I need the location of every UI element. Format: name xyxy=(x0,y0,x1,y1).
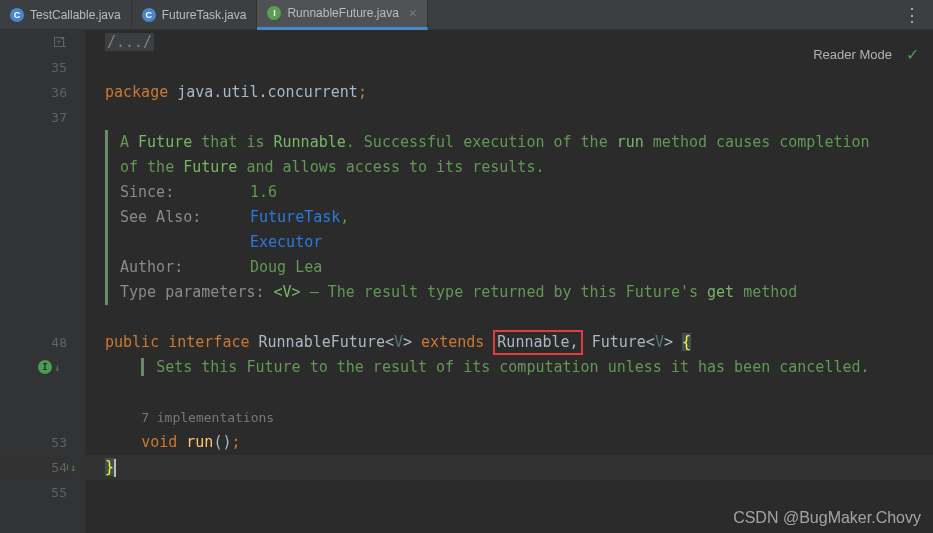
doc-text: . Successful execution of the xyxy=(346,133,617,151)
fold-icon[interactable]: + xyxy=(54,37,64,47)
method-name: run xyxy=(186,433,213,451)
line-number: 55 xyxy=(0,480,67,505)
watermark: CSDN @BugMaker.Chovy xyxy=(733,509,921,527)
folded-block[interactable]: /.../ xyxy=(105,33,154,51)
doc-link[interactable]: Executor xyxy=(250,233,322,251)
doc-text: Sets this Future to the result of its co… xyxy=(141,358,869,376)
tab-test-callable[interactable]: C TestCallable.java xyxy=(0,0,132,30)
interface-icon: I xyxy=(267,6,281,20)
tab-label: FutureTask.java xyxy=(162,8,247,22)
doc-code: Future xyxy=(138,133,192,151)
doc-value: 1.6 xyxy=(250,183,277,201)
keyword: interface xyxy=(168,333,249,351)
type-name: Future xyxy=(592,333,646,351)
tab-runnable-future[interactable]: I RunnableFuture.java × xyxy=(257,0,428,30)
doc-code: run xyxy=(617,133,644,151)
line-number: 35 xyxy=(0,55,67,80)
brace: { xyxy=(682,333,691,351)
doc-value: Doug Lea xyxy=(250,258,322,276)
tab-label: TestCallable.java xyxy=(30,8,121,22)
doc-text: that is xyxy=(192,133,273,151)
tab-label: RunnableFuture.java xyxy=(287,6,398,20)
tab-bar: C TestCallable.java C FutureTask.java I … xyxy=(0,0,933,30)
generic-param: V xyxy=(655,333,664,351)
line-number: 37 xyxy=(0,105,67,130)
doc-text: A xyxy=(120,133,138,151)
doc-link[interactable]: FutureTask xyxy=(250,208,340,226)
package-name: java.util.concurrent xyxy=(177,83,358,101)
brace: } xyxy=(105,458,114,476)
close-icon[interactable]: × xyxy=(409,5,417,21)
more-menu-icon[interactable]: ⋮ xyxy=(891,4,933,25)
editor: 1+ 35 36 37 48I↓ 53O↑I↓ 54 55 /.../ pack… xyxy=(0,30,933,533)
doc-code: get xyxy=(707,283,734,301)
doc-label: Author: xyxy=(120,255,250,280)
doc-text: and allows access to its results. xyxy=(237,158,544,176)
tab-future-task[interactable]: C FutureTask.java xyxy=(132,0,258,30)
doc-label: See Also: xyxy=(120,205,250,230)
keyword: public xyxy=(105,333,159,351)
javadoc-block: A Future that is Runnable. Successful ex… xyxy=(105,130,933,305)
gutter: 1+ 35 36 37 48I↓ 53O↑I↓ 54 55 xyxy=(0,30,85,533)
doc-label: Since: xyxy=(120,180,250,205)
class-icon: C xyxy=(142,8,156,22)
keyword: void xyxy=(141,433,177,451)
doc-code: <V> xyxy=(274,283,301,301)
line-number: 53 xyxy=(51,435,67,450)
doc-text: method xyxy=(734,283,797,301)
keyword: package xyxy=(105,83,168,101)
doc-text: – The result type returned by this Futur… xyxy=(301,283,707,301)
doc-code: Runnable xyxy=(274,133,346,151)
keyword: extends xyxy=(421,333,484,351)
line-number: 36 xyxy=(0,80,67,105)
generic-param: V xyxy=(394,333,403,351)
doc-text: of the xyxy=(120,158,183,176)
type-name: Runnable xyxy=(497,333,569,351)
line-number: 48 xyxy=(51,335,67,350)
code-area[interactable]: /.../ package java.util.concurrent; A Fu… xyxy=(85,30,933,533)
class-icon: C xyxy=(10,8,24,22)
caret xyxy=(114,459,116,477)
doc-text: method causes completion xyxy=(644,133,870,151)
doc-label: Type parameters: xyxy=(120,283,274,301)
type-name: RunnableFuture xyxy=(259,333,385,351)
impl-hint[interactable]: 7 implementations xyxy=(141,410,274,425)
highlight-box: Runnable, xyxy=(493,330,582,355)
down-arrow-icon: ↓ xyxy=(70,455,76,480)
doc-code: Future xyxy=(183,158,237,176)
line-number: 54 xyxy=(0,455,67,480)
